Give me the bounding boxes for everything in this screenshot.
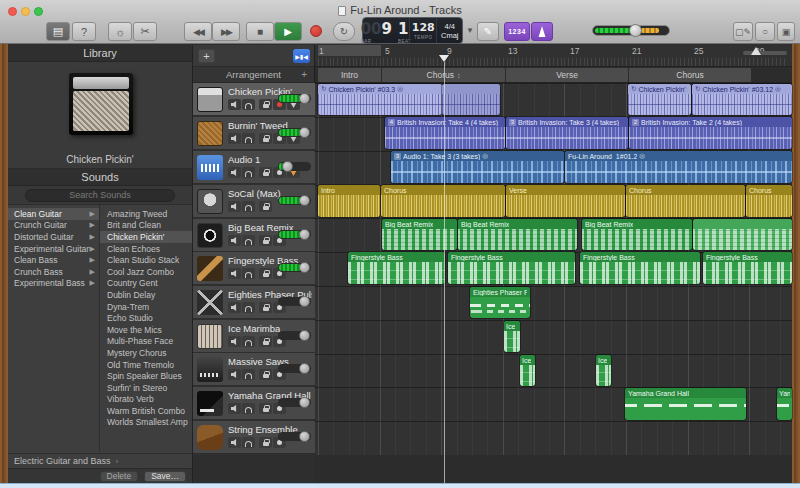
region-chicken-pickin-03-12[interactable]: ↻Chicken Pickin' #03.12◎	[692, 84, 792, 115]
mute-button[interactable]	[228, 167, 241, 178]
mute-button[interactable]	[228, 302, 241, 313]
track-volume-slider[interactable]	[278, 432, 311, 441]
category-item[interactable]: Crunch Guitar▶	[8, 220, 99, 232]
category-item[interactable]: Experimental Guitar▶	[8, 243, 99, 255]
region-chicken-pickin-2[interactable]: ↻Chicken Pickin' #	[628, 84, 691, 115]
sound-item[interactable]: Vibrato Verb	[100, 394, 192, 406]
lcd-display[interactable]: 009BAR 1BEAT 128 TEMPO 4/4 Cmaj	[362, 17, 463, 44]
sound-item[interactable]: Multi-Phase Face	[100, 336, 192, 348]
playhead-line[interactable]	[444, 62, 445, 483]
smart-controls-button[interactable]: ☼	[108, 22, 132, 41]
solo-button[interactable]	[242, 369, 255, 380]
track-header-socal[interactable]: SoCal (Max)	[193, 185, 315, 218]
category-item[interactable]: Clean Guitar▶	[8, 208, 99, 220]
sound-item[interactable]: Worlds Smallest Amp	[100, 417, 192, 429]
track-header-string-ensemble[interactable]: String Ensemble	[193, 421, 315, 454]
region-british-invasion-take-4[interactable]: 4British Invasion: Take 4 (4 takes)	[385, 117, 505, 149]
add-arrangement-button[interactable]: +	[301, 69, 307, 80]
region-drummer-chorus-3[interactable]: Chorus	[746, 185, 792, 217]
arrangement-marker-chorus-2[interactable]: Chorus	[629, 68, 751, 82]
solo-button[interactable]	[242, 437, 255, 448]
search-sounds-input[interactable]	[25, 189, 175, 202]
solo-button[interactable]	[242, 133, 255, 144]
solo-button[interactable]	[242, 268, 255, 279]
region-yamaha-grand-hall[interactable]: Yamaha Grand Hall	[625, 388, 746, 420]
lcd-mode-chevron-icon[interactable]: ▼	[466, 26, 474, 35]
arrangement-marker-verse[interactable]: Verse	[506, 68, 628, 82]
lock-button[interactable]	[259, 302, 272, 313]
notepad-button[interactable]: ▢✎	[733, 22, 753, 41]
mute-button[interactable]	[228, 336, 241, 347]
rewind-button[interactable]: ◀◀	[184, 22, 212, 41]
region-eighties-phaser-pulse[interactable]: Eighties Phaser Pul	[470, 287, 530, 318]
library-footer[interactable]: Electric Guitar and Bass›	[8, 453, 192, 468]
solo-button[interactable]	[242, 201, 255, 212]
forward-button[interactable]: ▶▶	[212, 22, 240, 41]
region-drummer-chorus-2[interactable]: Chorus	[626, 185, 745, 217]
category-item[interactable]: Clean Bass▶	[8, 254, 99, 266]
mute-button[interactable]	[228, 99, 241, 110]
track-volume-slider[interactable]	[278, 230, 311, 239]
mute-button[interactable]	[228, 133, 241, 144]
region-big-beat-remix-1[interactable]: Big Beat Remix	[382, 219, 457, 250]
record-button[interactable]	[310, 25, 322, 37]
track-volume-slider[interactable]	[278, 398, 311, 407]
library-toggle-button[interactable]: ▤	[46, 22, 70, 41]
sound-item[interactable]: Warm British Combo	[100, 405, 192, 417]
lock-button[interactable]	[259, 336, 272, 347]
mute-button[interactable]	[228, 235, 241, 246]
quick-help-button[interactable]: ?	[72, 22, 96, 41]
lock-button[interactable]	[259, 437, 272, 448]
region-massive-saws-1[interactable]: Ice	[520, 355, 535, 386]
category-item[interactable]: Distorted Guitar▶	[8, 231, 99, 243]
solo-button[interactable]	[242, 336, 255, 347]
play-button[interactable]: ▶	[274, 22, 302, 41]
add-track-button[interactable]: +	[198, 49, 215, 63]
tuner-button[interactable]: ✎	[477, 22, 499, 41]
arrangement-marker-intro[interactable]: Intro	[318, 68, 381, 82]
region-chicken-pickin-03-3[interactable]: ↻Chicken Pickin' #03.3◎	[318, 84, 442, 115]
stop-button[interactable]: ■	[246, 22, 274, 41]
playhead-marker[interactable]	[439, 55, 449, 62]
region-audio-1-take-3[interactable]: 3Audio 1: Take 3 (3 takes)◎	[391, 151, 564, 183]
master-volume-slider[interactable]	[592, 25, 670, 36]
track-volume-slider[interactable]	[278, 196, 311, 205]
volume-knob[interactable]	[629, 24, 642, 37]
arrangement-row[interactable]: Arrangement +	[193, 67, 314, 83]
lock-button[interactable]	[259, 268, 272, 279]
sound-item[interactable]: Echo Studio	[100, 312, 192, 324]
lock-button[interactable]	[259, 403, 272, 414]
up-down-arrows-icon[interactable]: ↕	[457, 72, 461, 79]
metronome-button[interactable]	[531, 22, 553, 41]
sound-item[interactable]: Country Gent	[100, 278, 192, 290]
category-item[interactable]: Experimental Bass▶	[8, 278, 99, 290]
category-item[interactable]: Crunch Bass▶	[8, 266, 99, 278]
sound-item[interactable]: Mystery Chorus	[100, 347, 192, 359]
track-header-burnin-tweed[interactable]: Burnin' Tweed	[193, 117, 315, 150]
loop-browser-button[interactable]: ○	[755, 22, 775, 41]
lock-button[interactable]	[259, 235, 272, 246]
solo-button[interactable]	[242, 235, 255, 246]
track-header-big-beat-remix[interactable]: Big Beat Remix	[193, 219, 315, 252]
sound-item[interactable]: Clean Echoes	[100, 243, 192, 255]
track-volume-slider[interactable]	[278, 263, 311, 272]
region-fingerstyle-bass-1[interactable]: Fingerstyle Bass	[348, 252, 445, 284]
editors-button[interactable]: ✂	[133, 22, 157, 41]
mute-button[interactable]	[228, 201, 241, 212]
region-fingerstyle-bass-3[interactable]: Fingerstyle Bass	[580, 252, 700, 284]
track-volume-slider[interactable]	[278, 364, 311, 373]
delete-button[interactable]: Delete	[100, 471, 139, 482]
mute-button[interactable]	[228, 403, 241, 414]
track-header-ice-marimba[interactable]: Ice Marimba	[193, 320, 315, 353]
solo-button[interactable]	[242, 302, 255, 313]
track-header-yamaha-grand-hall[interactable]: Yamaha Grand Hall	[193, 387, 315, 420]
sound-item[interactable]: Brit and Clean	[100, 220, 192, 232]
lock-button[interactable]	[259, 133, 272, 144]
track-header-eighties-phaser-pulse[interactable]: Eighties Phaser Pulse	[193, 286, 315, 319]
solo-button[interactable]	[242, 167, 255, 178]
region-fu-lin-around[interactable]: Fu-Lin Around_1#01.2◎	[565, 151, 792, 183]
lock-button[interactable]	[259, 167, 272, 178]
sound-item[interactable]: Cool Jazz Combo	[100, 266, 192, 278]
sound-item-selected[interactable]: Chicken Pickin'	[100, 231, 192, 243]
region-british-invasion-take-3[interactable]: 3British Invasion: Take 3 (4 takes)	[506, 117, 628, 149]
